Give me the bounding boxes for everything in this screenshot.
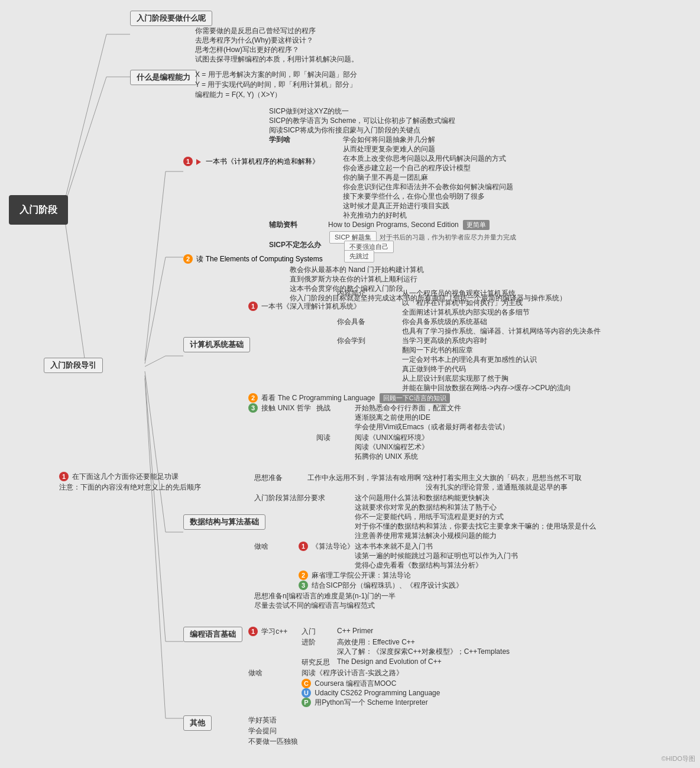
label-rumen-zuoshenme: 入门阶段要做什么呢: [130, 11, 212, 26]
lang-zuosha-3: U Udacity CS262 Programming Language: [302, 688, 440, 698]
badge-1-sicp: 1: [183, 157, 193, 166]
svg-line-15: [145, 378, 166, 718]
qita-2: 学会提问: [248, 726, 277, 736]
elements-2: 直到俄罗斯方块在你的计算机上顺利运行: [290, 274, 417, 284]
arrow-sicp: [196, 159, 201, 165]
algo-rumen-5: 注意善养使用常规算法解决小规模问题的能力: [355, 531, 497, 541]
node-biancheng-nengli: 什么是编程能力: [130, 70, 197, 85]
mindmap-container: 入门阶段要做什么呢 你需要做的是反思自己曾经写过的程序 去思考程序为什么(Why…: [0, 0, 700, 768]
sicp-xuedao-8: 这时候才是真正开始进行项目实践: [343, 201, 449, 211]
text-zuoshenme-3: 思考怎样(How)写出更好的程序？: [195, 45, 299, 55]
label-sicp-book: 一本书《计算机程序的构造和解释》: [206, 157, 319, 166]
csapp-xuedao-5: 从上层设计到底层实现那了然于胸: [402, 374, 508, 384]
csapp-xuedao-1: 当学习更高级的系统内容时: [402, 336, 487, 346]
svg-line-1: [64, 34, 106, 204]
csapp-xuedao-6: 并能在脑中回放数据在网络->内存->缓存->CPU的流向: [402, 383, 571, 393]
algo-suanlunlun: 1 《算法导论》: [299, 542, 354, 552]
algo-sicp-comb: 3 结合SICP部分（编程珠玑）、《程序设计实践》: [299, 581, 463, 591]
label-qita: 其他: [183, 715, 212, 731]
text-nengli-3: 编程能力 = F(X, Y)（X>Y）: [195, 90, 281, 100]
csapp-xuedao-4: 真正做到终于的代码: [402, 364, 466, 374]
svg-line-7: [145, 257, 166, 364]
sicp-xuedao-3: 在本质上改变你思考问题以及用代码解决问题的方式: [343, 154, 506, 164]
sicp-sub-2: SICP的教学语言为 Scheme，可以让你初步了解函数式编程: [269, 116, 455, 126]
label-elements: 读 The Elements of Computing Systems: [196, 255, 322, 263]
sicp-xuedao-6: 你会意识到记住库和语法并不会教你如何解决编程问题: [343, 182, 513, 192]
csapp-neirong-3: 全面阐述计算机系统内部实现的各多细节: [402, 307, 530, 317]
node-dayin: 入门阶段导引: [44, 358, 103, 373]
sicp-xuedao-label: 学到啥: [269, 135, 290, 145]
badge-algo-3: 3: [299, 581, 308, 590]
sicp-sub-1: SICP做到对这XYZ的统一: [269, 106, 349, 116]
cpp-jinjie-label: 进阶: [302, 637, 316, 647]
node-central: 入门阶段: [9, 195, 68, 225]
text-zuoshenme-4: 试图去探寻理解编程的本质，利用计算机解决问题。: [195, 54, 358, 64]
algo-rumen-label: 入门阶段算法部分要求: [254, 493, 325, 503]
c-lang-node: 2 看看 The C Programming Language 回顾一下C语言的…: [248, 393, 450, 403]
algo-sixiang-label: 思想准备: [254, 473, 283, 483]
sicp-fuz-1: How to Design Programs, Second Edition 更…: [328, 220, 490, 230]
badge-cpp-1: 1: [248, 627, 258, 636]
svg-line-13: [145, 375, 166, 641]
node-biancheng-jichu: 编程语言基础: [183, 627, 242, 642]
svg-line-3: [64, 77, 106, 207]
sicp-xuedao-4: 你会逐步建立起一个自己的程序设计模型: [343, 163, 471, 173]
label-dayin: 入门阶段导引: [44, 358, 103, 373]
svg-line-11: [145, 371, 166, 532]
sicp-sub-3: 阅读SICP将成为你衔接启蒙与入门阶段的关键点: [269, 125, 420, 135]
badge-udacity: U: [302, 688, 311, 698]
badge-3-unix: 3: [248, 403, 258, 413]
lang-zuosha-label: 做啥: [248, 668, 262, 678]
badge-algo-1: 1: [299, 542, 308, 551]
csapp-jubei-2: 也具有了学习操作系统、编译器、计算机网络等内容的先决条件: [402, 326, 601, 336]
cpp-node: 1 学习c++: [248, 627, 287, 637]
label-shuju-jichu: 数据结构与算法基础: [183, 514, 265, 530]
cpp-rumen-1: C++ Primer: [337, 627, 373, 635]
sicp-budingzen-2: 先跳过: [343, 249, 375, 263]
svg-line-5: [145, 171, 166, 361]
csapp-jubei-1: 你会具备系统级的系统基础: [402, 317, 487, 327]
elements-1: 教会你从最基本的 Nand 门开始构建计算机: [290, 265, 424, 275]
unix-tiaozhan-3: 学会使用Vim或Emacs（或者最好两者都去尝试）: [355, 422, 509, 432]
badge-algo-2: 2: [299, 571, 308, 580]
csapp-xuedao-label: 你会学到: [337, 336, 365, 346]
algo-zuosha-label: 做啥: [254, 542, 268, 552]
node-qita: 其他: [183, 715, 212, 731]
qita-1: 学好英语: [248, 715, 277, 725]
lang-sixiang-1: 思想准备n[编程语言的难度是第(n-1)门的一半: [254, 591, 396, 601]
lang-zuosha-4: P 用Python写一个 Scheme Interpreter: [302, 698, 428, 708]
tag-gengjiandan: 更简单: [463, 220, 490, 230]
sicp-budingzen-label: SICP不定怎么办: [269, 240, 321, 250]
node-sicp-book: 1 一本书《计算机程序的构造和解释》: [183, 157, 319, 167]
badge-2-elements: 2: [183, 254, 193, 264]
note-1: 1 在下面这几个方面你还要能足功课: [59, 472, 179, 482]
sicp-xuedao-2: 从而处理更复杂更难人的问题: [343, 144, 435, 154]
svg-line-9: [145, 356, 166, 367]
svg-line-0: [64, 213, 86, 367]
watermark: ©HIDO导图: [661, 754, 695, 763]
text-zuoshenme-1: 你需要做的是反思自己曾经写过的程序: [195, 26, 316, 36]
algo-suanlunlun-note: 这本书本来就不是入门书: [355, 542, 433, 552]
csapp-neirong-1: 从一个程序员的视角观察计算机系统: [402, 289, 516, 299]
lang-zuosha-2: C Coursera 编程语言MOOC: [302, 679, 396, 689]
unix-tiaozhan-1: 开始熟悉命令行行养面，配置文件: [355, 403, 461, 413]
badge-2-clang: 2: [248, 393, 258, 403]
csapp-neirong-label: 内容简介: [337, 289, 365, 299]
algo-sixiang-q: 工作中永远用不到，学算法有啥用啊？: [307, 473, 428, 483]
algo-mit: 2 麻省理工学院公开课：算法导论: [299, 571, 411, 581]
unix-read-2: 阅读《UNIX编程艺术》: [355, 442, 429, 452]
node-rumen-zuoshenme: 入门阶段要做什么呢: [130, 11, 212, 26]
lang-zuosha-1: 阅读《程序设计语言-实践之路》: [302, 668, 403, 678]
node-elements: 2 读 The Elements of Computing Systems: [183, 254, 323, 264]
text-nengli-2: Y = 用于实现代码的时间，即「利用计算机」部分」: [195, 80, 357, 90]
badge-1-csapp: 1: [248, 302, 258, 311]
cpp-rumen-label: 入门: [302, 627, 316, 637]
unix-read-1: 阅读《UNIX编程环境》: [355, 433, 429, 443]
cpp-yanjiu-label: 研究反思: [302, 657, 330, 667]
label-jisuanji-jichu: 计算机系统基础: [183, 337, 250, 352]
algo-suanlunlun-note3: 觉得心虚先看看《数据结构与算法分析》: [355, 560, 482, 571]
badge-note-1: 1: [59, 472, 69, 481]
algo-rumen-1: 这个问题用什么算法和数据结构能更快解决: [355, 493, 490, 503]
csapp-neirong-2: 以「程序在计算机中如何执行」为主线: [402, 298, 523, 308]
csapp-jubei-label: 你会具备: [337, 317, 365, 327]
